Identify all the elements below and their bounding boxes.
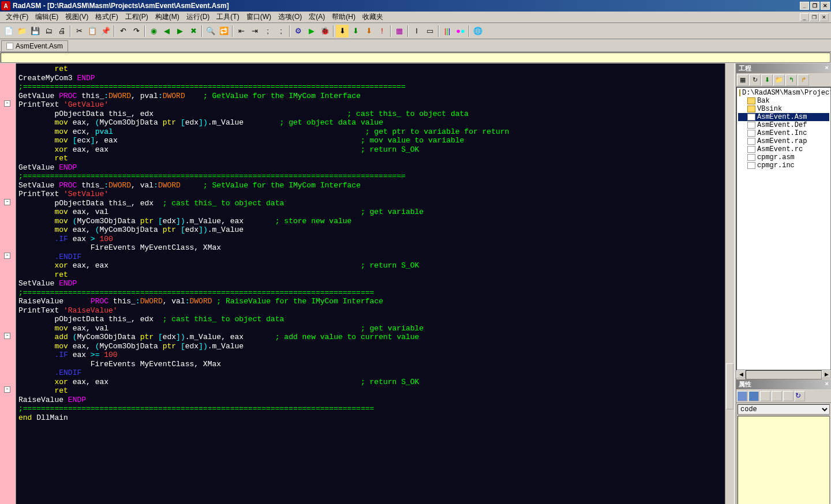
fold-toggle[interactable]: -	[4, 100, 10, 107]
proj-show-icon[interactable]: ▦	[737, 74, 748, 86]
open-icon[interactable]: 📁	[16, 25, 28, 37]
menu-item[interactable]: 帮助(H)	[328, 12, 359, 22]
prop-btn-4[interactable]	[772, 391, 782, 401]
menu-item[interactable]: 构建(M)	[152, 12, 183, 22]
menu-item[interactable]: 宏(A)	[305, 12, 328, 22]
undo-icon[interactable]: ↶	[117, 25, 129, 37]
menu-item[interactable]: 窗口(W)	[243, 12, 275, 22]
property-combo[interactable]: code	[738, 405, 829, 414]
tree-scroll-left[interactable]: ◀	[736, 370, 746, 378]
menu-item[interactable]: 工程(P)	[122, 12, 152, 22]
tree-item[interactable]: AsmEvent.Asm	[738, 113, 829, 121]
project-tree[interactable]: D:\RadASM\Masm\Projects\ABakVBsinkAsmEve…	[736, 87, 831, 370]
folder-icon	[747, 97, 755, 104]
print-icon[interactable]: 🖨	[55, 25, 68, 37]
file-tab[interactable]: AsmEvent.Asm	[1, 40, 68, 51]
file-icon	[747, 138, 755, 145]
tool3-icon[interactable]: ▭	[424, 25, 436, 37]
comment-icon[interactable]: ;	[261, 25, 274, 37]
close-button[interactable]: ✕	[821, 2, 830, 10]
menu-item[interactable]: 视图(V)	[62, 12, 92, 22]
cut-icon[interactable]: ✂	[73, 25, 85, 37]
indent-right-icon[interactable]: ⇥	[248, 25, 261, 37]
mdi-restore-button[interactable]: ❐	[810, 13, 819, 21]
proj-up-icon[interactable]: ↰	[785, 74, 797, 86]
uncomment-icon[interactable]: ;	[275, 25, 287, 37]
redo-icon[interactable]: ↷	[130, 25, 143, 37]
fold-toggle[interactable]: -	[4, 199, 10, 205]
tree-item[interactable]: AsmEvent.Def	[738, 121, 829, 129]
paste-icon[interactable]: 📌	[99, 25, 112, 37]
tree-item[interactable]: VBsink	[738, 105, 829, 113]
tree-scroll-right[interactable]: ▶	[822, 370, 831, 378]
bookmark-next-icon[interactable]: ▶	[174, 25, 186, 37]
tree-item[interactable]: Bak	[738, 97, 829, 105]
link-icon[interactable]: ⬇	[349, 25, 362, 37]
proj-open-icon[interactable]: 📁	[773, 74, 785, 86]
fold-toggle[interactable]: -	[4, 333, 10, 339]
file-icon	[747, 130, 755, 137]
replace-icon[interactable]: 🔁	[218, 25, 230, 37]
new-icon[interactable]: 📄	[2, 25, 15, 37]
tool2-icon[interactable]: I	[410, 25, 423, 37]
menu-item[interactable]: 格式(F)	[92, 12, 121, 22]
explorer-icon[interactable]: 🌐	[471, 25, 484, 37]
tree-item[interactable]: cpmgr.inc	[738, 161, 829, 170]
tree-item[interactable]: D:\RadASM\Masm\Projects\A	[738, 89, 829, 97]
tree-item[interactable]: AsmEvent.rc	[738, 145, 829, 153]
fold-toggle[interactable]: -	[4, 386, 10, 393]
menu-item[interactable]: 收藏夹	[359, 12, 387, 22]
tree-item[interactable]: AsmEvent.rap	[738, 137, 829, 145]
indent-left-icon[interactable]: ⇤	[235, 25, 248, 37]
proj-next-icon[interactable]: ↱	[798, 74, 809, 86]
assemble-icon[interactable]: ⬇	[336, 25, 349, 37]
prop-btn-3[interactable]	[760, 391, 770, 401]
tree-item[interactable]: AsmEvent.Inc	[738, 129, 829, 137]
minimize-button[interactable]: _	[800, 2, 809, 10]
prop-btn-5[interactable]	[783, 391, 793, 401]
prop-btn-1[interactable]	[737, 391, 747, 401]
property-list[interactable]	[738, 416, 830, 504]
save-icon[interactable]: 💾	[29, 25, 42, 37]
menu-bar: 文件(F)编辑(E)视图(V)格式(F)工程(P)构建(M)运行(D)工具(T)…	[0, 12, 831, 23]
menu-item[interactable]: 编辑(E)	[32, 12, 62, 22]
prop-close-icon[interactable]: ×	[825, 380, 829, 389]
debug-icon[interactable]: 🐞	[319, 25, 331, 37]
tool1-icon[interactable]: ▦	[393, 25, 406, 37]
folder-icon	[739, 89, 740, 96]
fold-toggle[interactable]: -	[4, 253, 10, 259]
file-icon	[747, 162, 755, 169]
bookmark-clear-icon[interactable]: ✖	[187, 25, 200, 37]
copy-icon[interactable]: 📋	[86, 25, 99, 37]
palette2-icon[interactable]: ●●	[454, 25, 467, 37]
menu-item[interactable]: 选项(O)	[275, 12, 305, 22]
build-icon[interactable]: ⚙	[292, 25, 305, 37]
saveall-icon[interactable]: 🗂	[42, 25, 55, 37]
properties-panel-title: 属性 ×	[736, 379, 831, 389]
palette1-icon[interactable]: |||	[441, 25, 454, 37]
address-bar[interactable]	[1, 52, 830, 63]
mdi-close-button[interactable]: ✕	[819, 13, 829, 21]
menu-item[interactable]: 工具(T)	[213, 12, 242, 22]
proj-refresh-icon[interactable]: ↻	[749, 74, 761, 86]
editor-gutter[interactable]: -----	[0, 63, 16, 504]
proj-add-icon[interactable]: ⬇	[761, 74, 773, 86]
bookmark-icon[interactable]: ◉	[147, 25, 160, 37]
tab-bar: AsmEvent.Asm	[0, 39, 831, 52]
run-icon[interactable]: ▶	[305, 25, 318, 37]
panel-close-icon[interactable]: ×	[825, 64, 829, 73]
bookmark-prev-icon[interactable]: ◀	[160, 25, 173, 37]
compile-icon[interactable]: ⬇	[362, 25, 375, 37]
prop-btn-2[interactable]	[748, 391, 759, 401]
find-icon[interactable]: 🔍	[204, 25, 217, 37]
scroll-thumb[interactable]	[726, 363, 733, 409]
tree-item[interactable]: cpmgr.asm	[738, 153, 829, 161]
vertical-scrollbar[interactable]	[725, 63, 734, 504]
code-editor[interactable]: ----- retCreateMyCom3 ENDP;=============…	[0, 63, 734, 504]
restore-button[interactable]: ❐	[810, 2, 819, 10]
stop-icon[interactable]: !	[376, 25, 388, 37]
mdi-minimize-button[interactable]: _	[800, 13, 809, 21]
menu-item[interactable]: 运行(D)	[183, 12, 214, 22]
menu-item[interactable]: 文件(F)	[2, 12, 32, 22]
prop-refresh-icon[interactable]: ↻	[795, 391, 805, 401]
